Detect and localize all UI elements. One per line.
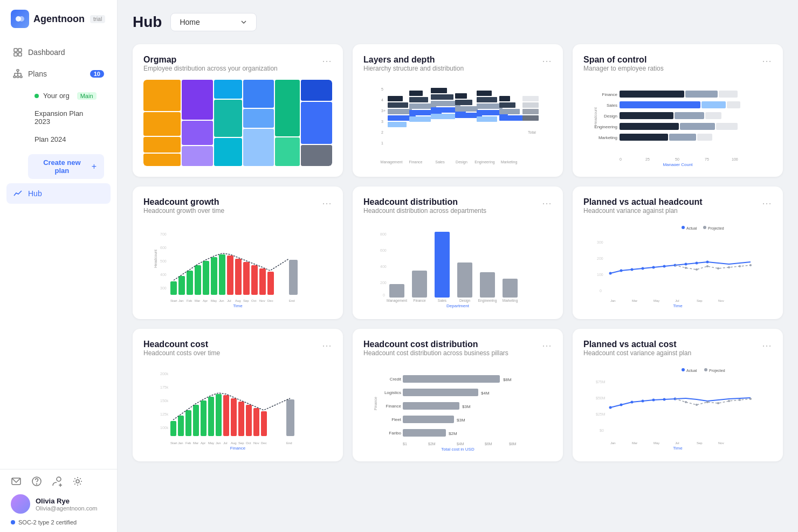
card-menu-planned-actual-hc[interactable]: ⋯	[762, 197, 772, 209]
svg-text:May: May	[653, 441, 659, 445]
user-details: Olivia Rye Olivia@agentnoon.com	[36, 497, 98, 512]
card-title-hc-cost-dist: Headcount cost distribution Headcount co…	[363, 340, 508, 362]
svg-rect-64	[522, 109, 539, 114]
svg-rect-137	[435, 232, 450, 298]
create-new-plan-button[interactable]: Create new plan +	[28, 154, 104, 179]
svg-rect-74	[727, 101, 740, 108]
svg-text:Jan: Jan	[178, 441, 183, 445]
card-menu-hc-cost-dist[interactable]: ⋯	[542, 340, 552, 351]
card-layers: Layers and depth Hierarchy structure and…	[353, 44, 563, 177]
sidebar-item-dashboard[interactable]: Dashboard	[6, 42, 111, 63]
svg-rect-86	[697, 134, 712, 141]
user-plus-icon[interactable]	[52, 476, 63, 487]
svg-point-148	[703, 226, 706, 229]
svg-rect-143	[503, 279, 518, 298]
svg-point-251	[706, 401, 708, 403]
svg-text:100: 100	[732, 157, 738, 161]
layers-svg: 5 4 3+ 3 2 1	[363, 80, 552, 166]
svg-point-1	[19, 16, 24, 22]
main-dot	[35, 94, 39, 98]
svg-rect-68	[620, 91, 684, 98]
svg-rect-106	[227, 255, 233, 295]
soc-badge: SOC-2 type 2 certified	[11, 519, 106, 526]
svg-rect-189	[216, 394, 222, 436]
card-menu-hc-cost[interactable]: ⋯	[322, 340, 332, 351]
svg-text:Sep: Sep	[697, 441, 703, 445]
card-planned-actual-hc: Planned vs actual headcount Headcount va…	[573, 186, 783, 319]
svg-rect-2	[14, 49, 17, 52]
card-menu-planned-actual-cost[interactable]: ⋯	[762, 340, 772, 351]
svg-text:Feb: Feb	[187, 299, 192, 302]
app-name: Agentnoon	[33, 13, 85, 25]
svg-point-254	[739, 399, 741, 401]
svg-text:Aug: Aug	[235, 299, 241, 302]
main-header: Hub Home	[133, 13, 783, 31]
chart-planned-actual-hc: Actual Projected 300 200 100 0	[583, 222, 772, 308]
svg-text:Mar: Mar	[632, 441, 637, 445]
svg-point-155	[620, 270, 623, 272]
help-icon[interactable]	[31, 476, 42, 487]
card-hc-dist: Headcount distribution Headcount distrib…	[353, 186, 563, 319]
dropdown-label: Home	[180, 18, 200, 26]
tree-icon	[13, 69, 23, 79]
svg-text:25: 25	[645, 157, 650, 161]
submenu-your-org[interactable]: Your org Main	[28, 87, 104, 104]
card-menu-layers[interactable]: ⋯	[542, 55, 552, 67]
svg-point-234	[682, 368, 685, 371]
submenu-expansion-plan[interactable]: Expansion Plan 2023	[28, 105, 104, 130]
svg-point-166	[706, 265, 708, 267]
svg-rect-36	[409, 116, 431, 122]
user-email: Olivia@agentnoon.com	[36, 505, 98, 512]
chart-hc-cost-dist: Finance Credit $8M Logistics $4M Finance…	[363, 364, 552, 451]
svg-rect-47	[477, 97, 497, 102]
home-dropdown[interactable]: Home	[170, 13, 257, 31]
sidebar: Agentnoon trial Dashboard	[0, 0, 118, 532]
card-menu-span[interactable]: ⋯	[762, 55, 772, 67]
svg-rect-41	[431, 114, 455, 119]
svg-text:400: 400	[160, 273, 167, 277]
svg-point-146	[682, 226, 685, 229]
chevron-down-icon	[240, 18, 247, 26]
svg-text:$50M: $50M	[596, 396, 606, 400]
card-title-hc-cost: Headcount cost Headcount costs over time	[143, 340, 220, 362]
svg-rect-63	[522, 102, 539, 108]
svg-point-246	[652, 399, 655, 402]
svg-rect-84	[620, 134, 668, 141]
svg-text:Jul: Jul	[227, 299, 231, 302]
svg-text:Mar: Mar	[632, 299, 637, 302]
svg-text:700: 700	[160, 232, 167, 236]
hc-cost-dist-svg: Finance Credit $8M Logistics $4M Finance…	[363, 364, 552, 451]
svg-rect-101	[187, 271, 193, 295]
svg-text:Management: Management	[387, 299, 407, 303]
svg-rect-28	[388, 102, 408, 108]
card-menu-orgmap[interactable]: ⋯	[322, 55, 332, 67]
hc-cost-svg: 200k 175k 150k 125k 100k	[143, 364, 332, 451]
svg-rect-48	[477, 103, 503, 109]
svg-rect-9	[20, 76, 22, 78]
svg-point-158	[652, 266, 655, 269]
svg-text:$2M: $2M	[449, 431, 457, 436]
svg-rect-186	[193, 405, 199, 436]
svg-text:Sep: Sep	[697, 299, 703, 302]
card-hc-growth: Headcount growth Headcount growth over t…	[133, 186, 343, 319]
svg-rect-53	[499, 109, 520, 114]
sidebar-item-hub[interactable]: Hub	[6, 183, 111, 204]
svg-text:Oct: Oct	[246, 441, 251, 445]
svg-text:Engineering: Engineering	[474, 160, 494, 164]
mail-icon[interactable]	[11, 476, 22, 487]
card-menu-hc-growth[interactable]: ⋯	[322, 197, 332, 209]
svg-rect-188	[208, 397, 214, 436]
card-menu-hc-dist[interactable]: ⋯	[542, 197, 552, 209]
svg-rect-223	[403, 416, 454, 423]
svg-point-170	[749, 264, 752, 266]
svg-text:Sales: Sales	[435, 160, 445, 164]
svg-rect-195	[261, 411, 267, 436]
settings-icon[interactable]	[72, 476, 83, 487]
svg-rect-217	[403, 389, 478, 396]
sidebar-item-plans[interactable]: Plans 10	[6, 64, 111, 84]
planned-actual-cost-svg: Actual Projected $75M $50M $25M $0	[583, 364, 772, 451]
svg-text:75: 75	[705, 157, 709, 161]
svg-point-164	[685, 267, 687, 269]
chart-orgmap	[143, 80, 332, 166]
submenu-plan-2024[interactable]: Plan 2024	[28, 131, 104, 148]
